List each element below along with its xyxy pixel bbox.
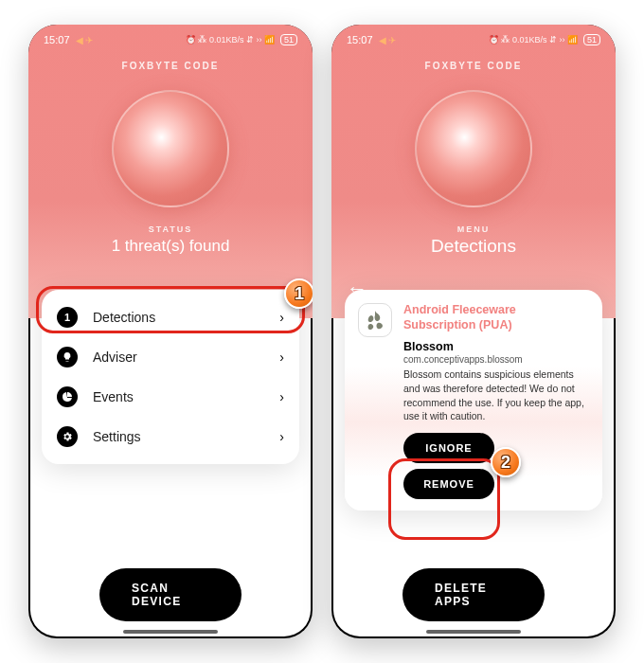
menu-heading-title: Detections (331, 236, 616, 257)
threat-classification: Android Fleeceware Subscription (PUA) (403, 303, 589, 332)
chevron-right-icon: › (279, 349, 284, 365)
status-icons-right: ⏰ ⁂ 0.01KB/s ⇵ ›› 📶 (186, 35, 275, 45)
menu-item-label: Detections (93, 310, 155, 325)
pie-icon (57, 386, 78, 407)
status-time: 15:07 (347, 34, 373, 45)
delete-apps-button[interactable]: DELETE APPS (402, 568, 545, 621)
detection-actions: IGNORE REMOVE (403, 433, 494, 499)
ignore-button[interactable]: IGNORE (403, 433, 494, 463)
chevron-right-icon: › (279, 389, 284, 404)
home-indicator[interactable] (426, 630, 521, 634)
scan-device-button[interactable]: SCAN DEVICE (99, 568, 242, 621)
home-indicator[interactable] (123, 630, 218, 634)
threat-description: Blossom contains suspicious elements and… (403, 367, 589, 423)
brand-label: FOXBYTE CODE (331, 61, 616, 71)
menu-item-label: Events (93, 389, 134, 404)
phone-screenshot-1: 15:07 ◀ ✈ ⏰ ⁂ 0.01KB/s ⇵ ›› 📶 51 FOXBYTE… (28, 25, 313, 638)
app-name: Blossom (403, 340, 589, 353)
threat-sphere-graphic (415, 90, 532, 207)
status-heading-text: 1 threat(s) found (28, 237, 313, 256)
android-status-bar: 15:07 ◀ ✈ ⏰ ⁂ 0.01KB/s ⇵ ›› 📶 51 (331, 25, 616, 55)
content-area: Android Fleeceware Subscription (PUA) Bl… (331, 318, 616, 638)
menu-adviser[interactable]: Adviser › (42, 337, 299, 377)
remove-button[interactable]: REMOVE (403, 469, 494, 499)
android-status-bar: 15:07 ◀ ✈ ⏰ ⁂ 0.01KB/s ⇵ ›› 📶 51 (28, 25, 313, 55)
brand-label: FOXBYTE CODE (28, 61, 313, 71)
menu-settings[interactable]: Settings › (42, 417, 299, 457)
status-time: 15:07 (44, 34, 70, 45)
threat-sphere-graphic (112, 90, 229, 207)
app-icon (358, 303, 392, 337)
menu-heading-label: MENU (331, 224, 616, 234)
detections-count-badge: 1 (57, 307, 78, 328)
chevron-right-icon: › (279, 429, 284, 444)
battery-icon: 51 (280, 34, 297, 45)
menu-item-label: Adviser (93, 349, 137, 365)
status-icons-left: ◀ ✈ (379, 35, 397, 45)
status-heading-label: STATUS (28, 224, 313, 234)
phone-screenshot-2: 15:07 ◀ ✈ ⏰ ⁂ 0.01KB/s ⇵ ›› 📶 51 FOXBYTE… (331, 25, 616, 638)
app-header: 15:07 ◀ ✈ ⏰ ⁂ 0.01KB/s ⇵ ›› 📶 51 FOXBYTE… (331, 25, 616, 318)
detection-card: Android Fleeceware Subscription (PUA) Bl… (345, 290, 602, 511)
status-icons-left: ◀ ✈ (76, 35, 94, 45)
menu-events[interactable]: Events › (42, 377, 299, 417)
bulb-icon (57, 347, 78, 367)
menu-card: 1 Detections › Adviser › Events › (42, 290, 299, 464)
menu-item-label: Settings (93, 429, 141, 444)
content-area: 1 Detections › Adviser › Events › (28, 318, 313, 638)
gear-icon (57, 426, 78, 447)
status-icons-right: ⏰ ⁂ 0.01KB/s ⇵ ›› 📶 (489, 35, 578, 45)
app-header: 15:07 ◀ ✈ ⏰ ⁂ 0.01KB/s ⇵ ›› 📶 51 FOXBYTE… (28, 25, 313, 318)
menu-detections[interactable]: 1 Detections › (42, 297, 299, 337)
battery-icon: 51 (583, 34, 600, 45)
app-package-id: com.conceptivapps.blossom (403, 354, 589, 365)
chevron-right-icon: › (279, 310, 284, 325)
